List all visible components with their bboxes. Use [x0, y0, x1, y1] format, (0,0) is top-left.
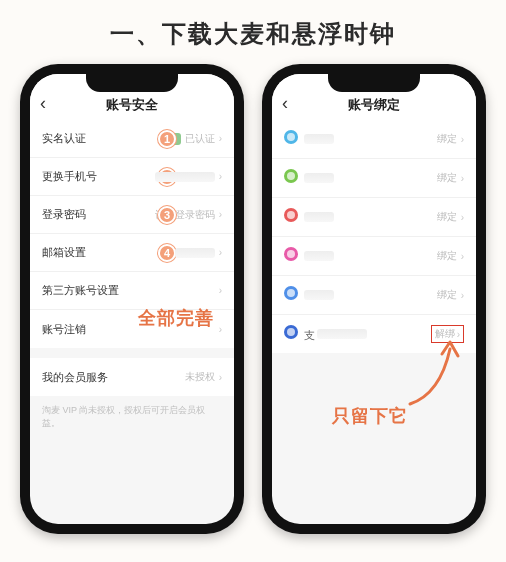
row-label: 更换手机号	[42, 169, 97, 184]
separator	[30, 348, 234, 358]
chevron-right-icon: ›	[461, 134, 464, 145]
row-label: 登录密码	[42, 207, 86, 222]
row-right: 解绑›	[431, 325, 464, 343]
blurred-value	[155, 172, 215, 182]
row-right: ›	[219, 324, 222, 335]
verified-text: 已认证	[185, 132, 215, 146]
row-left: 支	[284, 325, 367, 343]
footer-note: 淘麦 VIP 尚未授权，授权后可开启会员权益。	[30, 396, 234, 438]
row-label: 账号注销	[42, 322, 86, 337]
bind-row[interactable]: 绑定›	[272, 159, 476, 198]
step-badge-1: 1	[158, 130, 176, 148]
settings-list-left: 实名认证 1 已认证 › 更换手机号 2 ›	[30, 120, 234, 348]
bind-status: 绑定	[437, 210, 457, 224]
bind-status: 绑定	[437, 249, 457, 263]
row-right: ›	[175, 247, 222, 258]
bind-status: 绑定	[437, 288, 457, 302]
row-right: ›	[219, 285, 222, 296]
row-right: 绑定›	[437, 171, 464, 185]
notch	[86, 70, 178, 92]
bind-row[interactable]: 绑定›	[272, 237, 476, 276]
row-phone[interactable]: 更换手机号 2 ›	[30, 158, 234, 196]
row-email[interactable]: 邮箱设置 4 ›	[30, 234, 234, 272]
step-badge-4: 4	[158, 244, 176, 262]
blurred-name	[304, 173, 334, 183]
chevron-right-icon: ›	[461, 212, 464, 223]
provider-icon	[284, 286, 298, 300]
blurred-name	[304, 251, 334, 261]
screen-left: ‹ 账号安全 实名认证 1 已认证 › 更换手机号 2	[30, 74, 234, 524]
row-label: 我的会员服务	[42, 370, 108, 385]
chevron-right-icon: ›	[219, 171, 222, 182]
row-logout[interactable]: 账号注销 ›	[30, 310, 234, 348]
back-icon[interactable]: ‹	[40, 93, 46, 114]
header-title-right: 账号绑定	[348, 96, 400, 114]
provider-icon	[284, 169, 298, 183]
annotation-keep-only: 只留下它	[332, 404, 408, 428]
row-right: 绑定›	[437, 288, 464, 302]
row-right: ›	[155, 171, 222, 182]
row-left	[284, 169, 334, 187]
bind-status: 绑定	[437, 171, 457, 185]
provider-icon	[284, 325, 298, 339]
row-left	[284, 208, 334, 226]
row-label: 实名认证	[42, 131, 86, 146]
row-left	[284, 286, 334, 304]
provider-icon	[284, 130, 298, 144]
bind-row-alipay[interactable]: 支 解绑›	[272, 315, 476, 353]
row-hint: 未授权	[185, 370, 215, 384]
row-thirdparty[interactable]: 第三方账号设置 ›	[30, 272, 234, 310]
page-title: 一、下载大麦和悬浮时钟	[0, 0, 506, 64]
chevron-right-icon: ›	[219, 285, 222, 296]
row-member[interactable]: 我的会员服务 未授权 ›	[30, 358, 234, 396]
phones-container: ‹ 账号安全 实名认证 1 已认证 › 更换手机号 2	[0, 64, 506, 534]
header-title-left: 账号安全	[106, 96, 158, 114]
row-left	[284, 130, 334, 148]
row-label: 邮箱设置	[42, 245, 86, 260]
phone-right: ‹ 账号绑定 绑定› 绑定› 绑定› 绑定›	[262, 64, 486, 534]
chevron-right-icon: ›	[219, 247, 222, 258]
chevron-right-icon: ›	[219, 372, 222, 383]
row-realname[interactable]: 实名认证 1 已认证 ›	[30, 120, 234, 158]
provider-icon	[284, 208, 298, 222]
provider-label: 支	[304, 329, 315, 341]
blurred-name	[317, 329, 367, 339]
row-right: 未授权 ›	[185, 370, 222, 384]
blurred-value	[175, 248, 215, 258]
screen-right: ‹ 账号绑定 绑定› 绑定› 绑定› 绑定›	[272, 74, 476, 524]
bind-row[interactable]: 绑定›	[272, 198, 476, 237]
row-right: 绑定›	[437, 132, 464, 146]
chevron-right-icon: ›	[219, 324, 222, 335]
bind-status: 解绑	[435, 327, 455, 341]
blurred-name	[304, 290, 334, 300]
blurred-name	[304, 134, 334, 144]
row-right: 绑定›	[437, 249, 464, 263]
row-right: 绑定›	[437, 210, 464, 224]
row-password[interactable]: 登录密码 3 设置登录密码 ›	[30, 196, 234, 234]
bind-row[interactable]: 绑定›	[272, 276, 476, 315]
bind-row[interactable]: 绑定›	[272, 120, 476, 159]
member-list: 我的会员服务 未授权 ›	[30, 358, 234, 396]
chevron-right-icon: ›	[219, 133, 222, 144]
back-icon[interactable]: ‹	[282, 93, 288, 114]
provider-icon	[284, 247, 298, 261]
row-right: 已认证 ›	[169, 132, 222, 146]
chevron-right-icon: ›	[457, 329, 460, 340]
row-label: 第三方账号设置	[42, 283, 119, 298]
unbind-highlight: 解绑›	[431, 325, 464, 343]
chevron-right-icon: ›	[461, 173, 464, 184]
phone-left: ‹ 账号安全 实名认证 1 已认证 › 更换手机号 2	[20, 64, 244, 534]
binding-list: 绑定› 绑定› 绑定› 绑定› 绑定›	[272, 120, 476, 353]
chevron-right-icon: ›	[461, 251, 464, 262]
step-badge-3: 3	[158, 206, 176, 224]
bind-status: 绑定	[437, 132, 457, 146]
row-left	[284, 247, 334, 265]
notch	[328, 70, 420, 92]
chevron-right-icon: ›	[461, 290, 464, 301]
blurred-name	[304, 212, 334, 222]
chevron-right-icon: ›	[219, 209, 222, 220]
